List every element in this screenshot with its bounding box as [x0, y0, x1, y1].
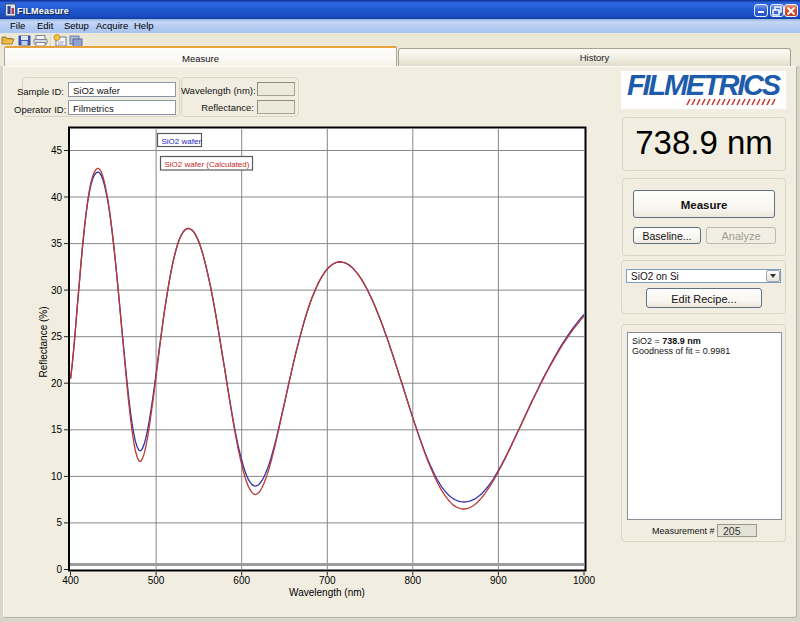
svg-text:700: 700: [319, 575, 336, 586]
svg-text:0: 0: [56, 564, 62, 575]
svg-text:20: 20: [51, 378, 63, 389]
svg-text:40: 40: [51, 192, 63, 203]
svg-text:35: 35: [51, 238, 63, 249]
svg-text:15: 15: [51, 424, 63, 435]
svg-text:900: 900: [490, 575, 507, 586]
svg-text:Reflectance (%): Reflectance (%): [38, 306, 49, 377]
svg-text:SiO2 wafer (Calculated): SiO2 wafer (Calculated): [165, 160, 250, 169]
svg-text:600: 600: [233, 575, 250, 586]
svg-text:SiO2 wafer: SiO2 wafer: [162, 137, 202, 146]
svg-text:Wavelength (nm): Wavelength (nm): [289, 587, 365, 598]
svg-text:5: 5: [56, 517, 62, 528]
svg-text:1000: 1000: [573, 575, 596, 586]
svg-text:800: 800: [404, 575, 421, 586]
svg-text:45: 45: [51, 145, 63, 156]
svg-text:500: 500: [148, 575, 165, 586]
svg-text:10: 10: [51, 471, 63, 482]
svg-text:30: 30: [51, 285, 63, 296]
svg-text:25: 25: [51, 331, 63, 342]
svg-text:400: 400: [62, 575, 79, 586]
